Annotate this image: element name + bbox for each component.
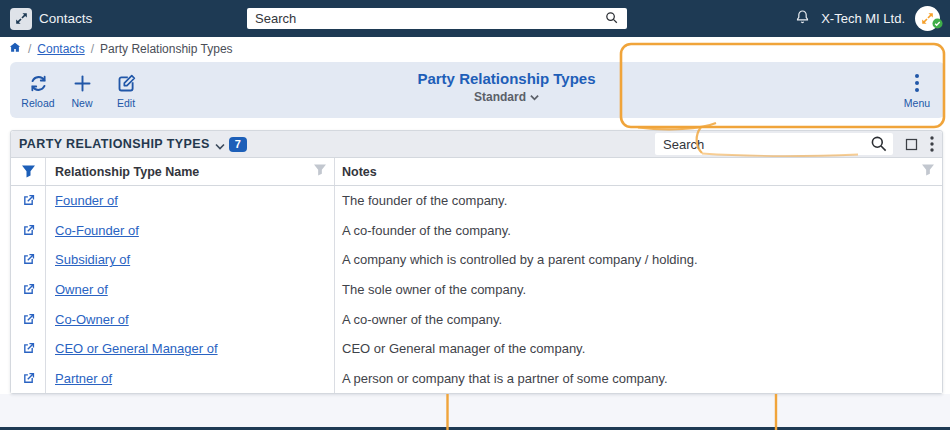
notes-text: The sole owner of the company.	[342, 282, 526, 297]
global-search-input[interactable]	[247, 8, 627, 29]
panel-header: PARTY RELATIONSHIP TYPES 7	[11, 131, 942, 158]
notes-text: The founder of the company.	[342, 193, 507, 208]
relationship-type-link[interactable]: Owner of	[55, 282, 108, 297]
open-record-cell[interactable]	[11, 364, 46, 394]
notes-cell: A company which is controlled by a paren…	[335, 245, 942, 275]
table-search-input[interactable]	[655, 133, 893, 155]
app-logo-icon[interactable]	[10, 8, 32, 30]
view-selector[interactable]: Standard	[474, 90, 539, 104]
column-filter-icon[interactable]	[313, 164, 327, 179]
relationship-types-panel: PARTY RELATIONSHIP TYPES 7	[10, 130, 943, 394]
table-row: Co-Owner of A co-owner of the company.	[11, 304, 942, 334]
table-row: Subsidiary of A company which is control…	[11, 245, 942, 275]
filter-funnel-icon	[21, 165, 36, 178]
column-header-name[interactable]: Relationship Type Name	[46, 158, 335, 185]
column-filter-icon[interactable]	[921, 164, 935, 179]
highlight-stroke	[638, 123, 716, 129]
external-link-icon	[21, 223, 36, 238]
table-row: Owner of The sole owner of the company.	[11, 275, 942, 305]
plus-icon	[72, 70, 93, 96]
online-check-badge	[932, 15, 943, 33]
reload-button[interactable]: Reload	[18, 68, 58, 111]
breadcrumb-link-contacts[interactable]: Contacts	[37, 42, 84, 56]
external-link-icon	[21, 312, 36, 327]
notes-cell: A person or company that is a partner of…	[335, 364, 942, 394]
name-cell: CEO or General Manager of	[46, 334, 335, 364]
app-title: Contacts	[39, 11, 92, 26]
external-link-icon	[21, 193, 36, 208]
name-cell: Partner of	[46, 364, 335, 394]
relationship-type-link[interactable]: Co-Founder of	[55, 223, 139, 238]
name-cell: Co-Founder of	[46, 216, 335, 246]
org-name[interactable]: X-Tech MI Ltd.	[821, 11, 905, 26]
menu-button[interactable]: Menu	[897, 68, 937, 111]
kebab-menu-icon	[914, 70, 920, 96]
name-cell: Founder of	[46, 186, 335, 216]
notes-cell: A co-founder of the company.	[335, 216, 942, 246]
notes-cell: CEO or General manager of the company.	[335, 334, 942, 364]
notes-text: CEO or General manager of the company.	[342, 341, 585, 356]
table-row: Co-Founder of A co-founder of the compan…	[11, 216, 942, 246]
reload-icon	[28, 70, 49, 96]
notes-text: A co-owner of the company.	[342, 312, 502, 327]
global-search-icon[interactable]	[604, 10, 619, 29]
breadcrumb: / Contacts / Party Relationship Types	[0, 37, 950, 61]
table-body: Founder of The founder of the company. C…	[11, 186, 942, 393]
open-record-cell[interactable]	[11, 304, 46, 334]
expand-panel-icon[interactable]	[904, 137, 919, 152]
notes-cell: A co-owner of the company.	[335, 304, 942, 334]
breadcrumb-separator: /	[28, 42, 31, 56]
external-link-icon	[21, 371, 36, 386]
open-record-cell[interactable]	[11, 245, 46, 275]
open-record-cell[interactable]	[11, 275, 46, 305]
notes-cell: The sole owner of the company.	[335, 275, 942, 305]
top-app-bar: Contacts X-Tech MI Ltd.	[0, 0, 950, 37]
filter-column-header[interactable]	[11, 158, 46, 185]
notes-text: A person or company that is a partner of…	[342, 371, 668, 386]
page-title: Party Relationship Types	[39, 70, 950, 87]
relationship-type-link[interactable]: Subsidiary of	[55, 252, 130, 267]
notifications-bell-icon[interactable]	[794, 8, 811, 30]
notes-text: A co-founder of the company.	[342, 223, 511, 238]
external-link-icon	[21, 282, 36, 297]
open-record-cell[interactable]	[11, 186, 46, 216]
relationship-type-link[interactable]: CEO or General Manager of	[55, 341, 218, 356]
panel-collapse-icon[interactable]	[215, 136, 225, 154]
table-row: CEO or General Manager of CEO or General…	[11, 334, 942, 364]
external-link-icon	[21, 341, 36, 356]
notes-text: A company which is controlled by a paren…	[342, 252, 698, 267]
breadcrumb-separator: /	[91, 42, 94, 56]
table-column-headers: Relationship Type Name Notes	[11, 158, 942, 186]
home-icon[interactable]	[8, 41, 22, 57]
record-count-badge: 7	[229, 137, 247, 152]
name-cell: Co-Owner of	[46, 304, 335, 334]
panel-title: PARTY RELATIONSHIP TYPES	[19, 137, 210, 151]
breadcrumb-current: Party Relationship Types	[100, 42, 233, 56]
swap-arrows-icon	[14, 11, 29, 26]
table-row: Partner of A person or company that is a…	[11, 364, 942, 394]
panel-options-icon[interactable]	[930, 136, 934, 152]
new-button[interactable]: New	[62, 68, 102, 111]
name-cell: Subsidiary of	[46, 245, 335, 275]
column-header-notes[interactable]: Notes	[335, 158, 942, 185]
open-record-cell[interactable]	[11, 334, 46, 364]
chevron-down-icon	[530, 94, 539, 101]
edit-pencil-icon	[116, 70, 137, 96]
edit-button[interactable]: Edit	[106, 68, 146, 111]
open-record-cell[interactable]	[11, 216, 46, 246]
external-link-icon	[21, 252, 36, 267]
user-avatar[interactable]	[915, 6, 940, 31]
page-toolbar: Reload New Edit Party Relationship Types	[10, 62, 945, 118]
relationship-type-link[interactable]: Partner of	[55, 371, 112, 386]
table-row: Founder of The founder of the company.	[11, 186, 942, 216]
name-cell: Owner of	[46, 275, 335, 305]
relationship-type-link[interactable]: Founder of	[55, 193, 118, 208]
page-lower-background	[0, 394, 950, 430]
notes-cell: The founder of the company.	[335, 186, 942, 216]
table-search-icon[interactable]	[869, 134, 888, 157]
relationship-type-link[interactable]: Co-Owner of	[55, 312, 129, 327]
